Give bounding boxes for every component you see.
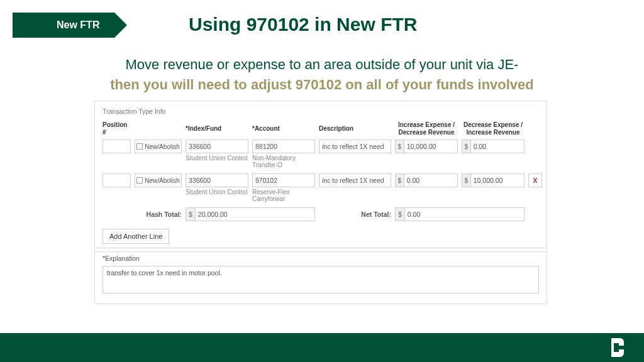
new-abolish-button[interactable]: New/Abolish [135,173,182,187]
col-decrease: Decrease Expense / Increase Revenue [462,121,525,136]
account-sublabel: Reserve-Flex Carryforwar [252,189,315,202]
account-input[interactable] [252,140,315,153]
transaction-panel-title: Transaction Type Info [103,107,539,115]
currency-symbol: $ [186,207,195,221]
transaction-row: New/Abolish $ $ [103,140,539,153]
explanation-label: *Explanation [103,255,539,262]
description-input[interactable] [319,140,391,153]
net-total-input[interactable] [404,207,525,221]
checkbox-icon [136,143,143,150]
position-input[interactable] [103,173,131,187]
index-fund-input[interactable] [186,173,248,187]
transaction-panel: Transaction Type Info Position # *Index/… [94,101,547,252]
footer-bar [0,333,644,362]
col-account: *Account [252,125,315,133]
description-input[interactable] [319,173,391,187]
decrease-input[interactable] [470,173,525,187]
col-description: Description [319,125,391,133]
col-increase: Increase Expense / Decrease Revenue [395,121,458,136]
add-another-line-button[interactable]: Add Another Line [103,229,169,244]
decrease-input[interactable] [470,140,525,153]
increase-input[interactable] [404,140,458,153]
new-abolish-button[interactable]: New/Abolish [135,140,182,153]
page-title: Using 970102 in New FTR [189,14,417,35]
checkbox-icon [136,177,143,184]
logo-icon [608,337,625,358]
col-index: *Index/Fund [186,125,248,133]
net-total-label: Net Total: [319,211,391,218]
index-fund-sublabel: Student Union Control [186,189,248,202]
position-input[interactable] [103,140,131,153]
currency-symbol: $ [395,140,404,153]
intro-line-2: then you will need to adjust 970102 on a… [0,77,644,93]
totals-row: Hash Total: $ Net Total: $ [103,207,539,221]
currency-symbol: $ [395,173,404,187]
currency-symbol: $ [462,140,470,153]
hash-total-field: $ [186,207,315,221]
currency-symbol: $ [395,207,404,221]
explanation-textarea[interactable]: transfer to cover 1x need in motor pool. [103,266,539,293]
header-tag-label: New FTR [57,19,99,31]
account-sublabel: Non-Mandatory Transfer-O [252,155,315,168]
account-input[interactable] [252,173,315,187]
hash-total-input[interactable] [195,207,315,221]
explanation-panel: *Explanation transfer to cover 1x need i… [94,248,547,304]
transaction-row-sublabels: Student Union Control Reserve-Flex Carry… [103,189,539,202]
delete-row-button[interactable]: X [528,173,542,187]
transaction-row: New/Abolish $ $ X [103,173,539,187]
header-tag: New FTR [13,13,114,38]
index-fund-sublabel: Student Union Control [186,155,248,168]
index-fund-input[interactable] [186,140,248,153]
hash-total-label: Hash Total: [135,211,182,218]
increase-input[interactable] [404,173,458,187]
net-total-field: $ [395,207,525,221]
intro-line-1: Move revenue or expense to an area outsi… [0,57,644,73]
transaction-row-sublabels: Student Union Control Non-Mandatory Tran… [103,155,539,168]
currency-symbol: $ [462,173,470,187]
column-headers: Position # *Index/Fund *Account Descript… [103,121,539,136]
col-position: Position # [103,121,131,136]
